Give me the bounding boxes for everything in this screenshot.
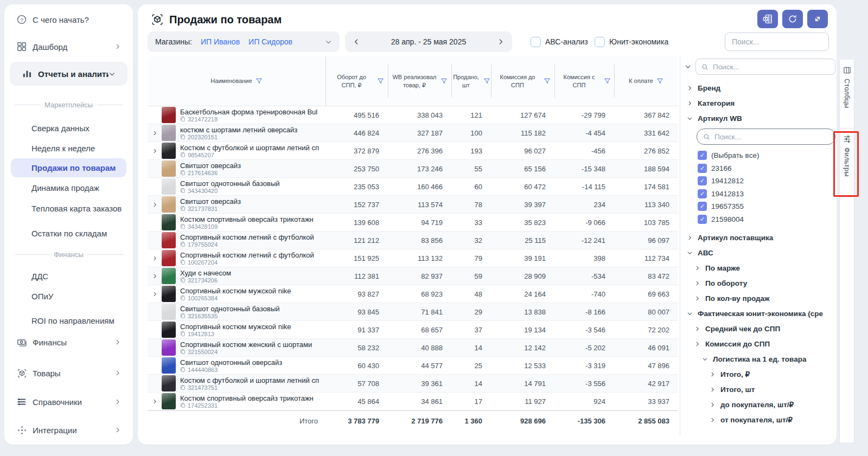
chevron-down-icon[interactable] <box>702 356 708 362</box>
column-header[interactable]: Наименование <box>148 56 326 106</box>
sidebar-item-directories[interactable]: Справочники <box>4 395 133 409</box>
chevron-right-icon[interactable] <box>694 280 700 286</box>
filter-funnel-icon[interactable] <box>377 78 384 85</box>
filter-option-checkbox[interactable]: ✓23166 <box>685 162 835 175</box>
copy-icon[interactable] <box>180 241 186 247</box>
copy-icon[interactable] <box>180 134 186 140</box>
abc-analysis-checkbox[interactable]: АВС-анализ <box>531 31 588 52</box>
sidebar-subitem[interactable]: ОПиУ <box>4 289 133 303</box>
chevron-down-icon[interactable] <box>687 250 693 256</box>
filter-tree-item[interactable]: АВС <box>685 245 835 260</box>
checkbox-checked-icon[interactable]: ✓ <box>698 215 707 224</box>
filter-option-checkbox[interactable]: ✓(Выбрать все) <box>685 149 835 162</box>
chevron-down-icon[interactable] <box>325 38 332 46</box>
chevron-right-icon[interactable] <box>694 265 700 271</box>
row-expander-icon[interactable] <box>148 130 162 136</box>
prev-period-button[interactable] <box>353 38 360 46</box>
filter-tree-item[interactable]: от покупателя, шт/₽ <box>685 412 835 427</box>
copy-icon[interactable] <box>180 259 186 265</box>
chevron-right-icon[interactable] <box>687 235 693 241</box>
chevron-down-icon[interactable] <box>687 311 693 317</box>
filter-option-checkbox[interactable]: ✓21598004 <box>685 213 835 226</box>
chevron-down-icon[interactable] <box>687 115 693 121</box>
shops-selector[interactable]: Магазины: ИП Иванов ИП Сидоров <box>148 31 340 52</box>
refresh-button[interactable] <box>782 10 803 28</box>
checkbox-checked-icon[interactable]: ✓ <box>698 164 707 173</box>
sidebar-subitem[interactable]: Тепловая карта заказов <box>4 201 133 215</box>
filter-tree-item[interactable]: Логистика на 1 ед. товара <box>685 351 835 367</box>
filters-search-input[interactable]: Поиск... <box>695 59 835 75</box>
checkbox-unchecked-icon[interactable] <box>531 37 541 47</box>
copy-icon[interactable] <box>180 295 186 301</box>
column-header[interactable]: WB реализовал товар, ₽ <box>388 56 451 106</box>
filter-funnel-icon[interactable] <box>256 78 263 85</box>
expand-button[interactable] <box>807 10 828 28</box>
artikul-search-input[interactable]: Поиск... <box>697 129 835 145</box>
copy-icon[interactable] <box>180 367 186 372</box>
column-header[interactable]: К оплате <box>614 56 678 106</box>
copy-icon[interactable] <box>180 170 186 176</box>
column-header[interactable]: Комиссия с СПП <box>554 56 614 106</box>
unit-economics-checkbox[interactable]: Юнит-экономика <box>595 31 668 52</box>
filter-tree-item[interactable]: Фактическая юнит-экономика (сре <box>685 306 835 321</box>
filter-tree-item[interactable]: По кол-ву продаж <box>685 291 835 306</box>
sidebar-subitem[interactable]: Динамика продаж <box>4 181 133 195</box>
sidebar-subitem[interactable]: Неделя к неделе <box>4 141 133 155</box>
checkbox-checked-icon[interactable]: ✓ <box>698 176 707 185</box>
copy-icon[interactable] <box>180 313 186 319</box>
next-period-button[interactable] <box>497 38 505 46</box>
chevron-right-icon[interactable] <box>687 100 693 106</box>
sidebar-item-integrations[interactable]: Интеграции <box>4 423 133 437</box>
chevron-right-icon[interactable] <box>694 326 700 332</box>
filter-tree-item[interactable]: По обороту <box>685 275 835 291</box>
chevron-right-icon[interactable] <box>694 296 700 301</box>
sidebar-item-dashboard[interactable]: Дашборд <box>4 40 133 54</box>
filter-option-checkbox[interactable]: ✓19657355 <box>685 200 835 213</box>
filter-tree-item[interactable]: до покупателя, шт/₽ <box>685 397 835 412</box>
filter-funnel-icon[interactable] <box>441 78 448 85</box>
chevron-right-icon[interactable] <box>694 341 700 347</box>
sidebar-subitem[interactable]: ДДС <box>4 269 133 283</box>
sidebar-subitem[interactable]: Сверка данных <box>4 121 133 135</box>
copy-icon[interactable] <box>180 205 186 211</box>
copy-icon[interactable] <box>180 277 186 283</box>
copy-icon[interactable] <box>180 116 186 122</box>
tab-filters[interactable]: Фильтры <box>840 129 854 197</box>
filter-tree-item[interactable]: По марже <box>685 260 835 275</box>
filter-tree-item[interactable]: Комиссия до СПП <box>685 336 835 351</box>
filter-option-checkbox[interactable]: ✓19412813 <box>685 188 835 201</box>
sidebar-group-reports[interactable]: Отчеты и аналитика <box>10 62 127 86</box>
copy-icon[interactable] <box>180 188 186 194</box>
filter-funnel-icon[interactable] <box>656 78 663 85</box>
table-search-input[interactable]: Поиск... <box>725 33 829 51</box>
chevron-right-icon[interactable] <box>710 371 716 377</box>
tab-columns[interactable]: Столбцы <box>840 60 854 129</box>
filter-option-checkbox[interactable]: ✓19412812 <box>685 175 835 188</box>
sidebar-subitem-active[interactable]: Продажи по товарам <box>11 158 126 177</box>
column-header[interactable]: Оборот до СПП, ₽ <box>326 56 388 106</box>
row-expander-icon[interactable] <box>148 148 162 154</box>
column-header[interactable]: Комиссия до СПП <box>491 56 554 106</box>
row-expander-icon[interactable] <box>148 202 162 208</box>
chevron-right-icon[interactable] <box>710 402 716 408</box>
sidebar-item-products[interactable]: Товары <box>4 366 133 380</box>
checkbox-checked-icon[interactable]: ✓ <box>698 202 707 211</box>
filter-tree-item[interactable]: Бренд <box>685 80 835 95</box>
filter-tree-item[interactable]: Итого, ₽ <box>685 367 835 382</box>
shop-link-sidorov[interactable]: ИП Сидоров <box>248 37 292 46</box>
copy-icon[interactable] <box>180 384 186 390</box>
date-range-value[interactable]: 28 апр. - 25 мая 2025 <box>391 37 466 46</box>
chevron-down-icon[interactable] <box>685 63 691 70</box>
filter-tree-item[interactable]: Категория <box>685 95 835 111</box>
copy-icon[interactable] <box>180 152 186 158</box>
chevron-right-icon[interactable] <box>687 85 693 91</box>
filter-tree-item[interactable]: Средний чек до СПП <box>685 321 835 336</box>
checkbox-checked-icon[interactable]: ✓ <box>698 189 707 198</box>
copy-icon[interactable] <box>180 331 186 337</box>
sidebar-item-get-started[interactable]: ? С чего начать? <box>4 12 133 27</box>
chevron-right-icon[interactable] <box>710 417 716 423</box>
excel-export-button[interactable]: X <box>757 10 778 28</box>
column-header[interactable]: Продано, шт <box>451 56 491 106</box>
sidebar-item-finance[interactable]: Финансы <box>4 335 133 349</box>
copy-icon[interactable] <box>180 223 186 229</box>
